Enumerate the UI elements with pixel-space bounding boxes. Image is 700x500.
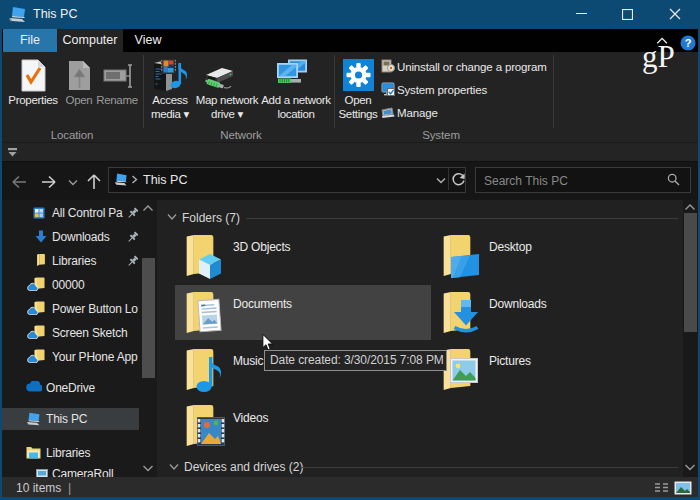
svg-text:?: ? (685, 37, 692, 49)
